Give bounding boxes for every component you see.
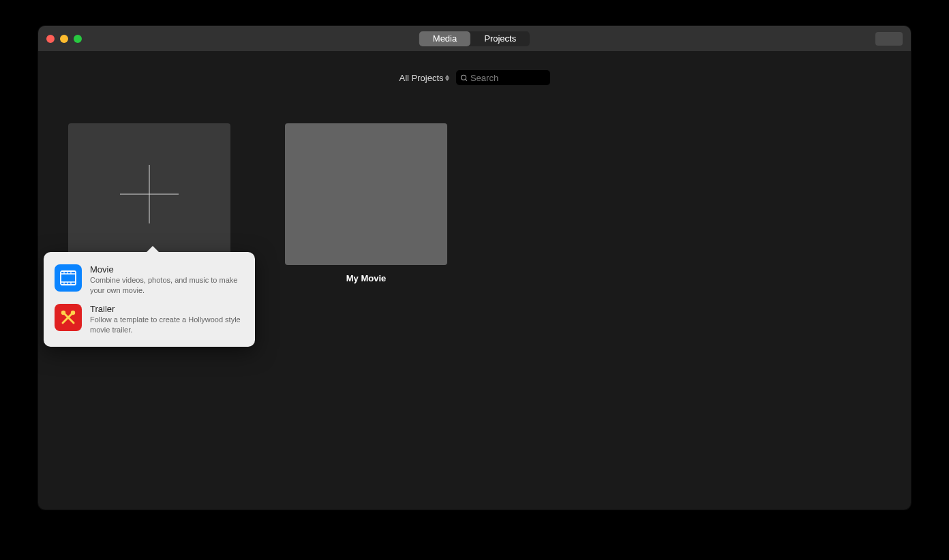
svg-rect-2	[61, 271, 76, 285]
share-button[interactable]	[875, 32, 903, 46]
movie-option-title: Movie	[90, 264, 244, 275]
project-thumbnail[interactable]	[285, 123, 447, 265]
new-trailer-option[interactable]: Trailer Follow a template to create a Ho…	[53, 300, 245, 339]
trailer-option-desc: Follow a template to create a Hollywood …	[90, 315, 244, 335]
movie-icon	[55, 264, 82, 292]
trailer-icon	[55, 304, 82, 331]
maximize-button[interactable]	[74, 35, 82, 43]
window-controls	[38, 35, 82, 43]
sort-updown-icon	[445, 75, 449, 81]
trailer-option-text: Trailer Follow a template to create a Ho…	[90, 304, 244, 335]
movie-option-text: Movie Combine videos, photos, and music …	[90, 264, 244, 296]
trailer-option-title: Trailer	[90, 304, 244, 314]
svg-point-13	[61, 310, 65, 314]
svg-point-14	[71, 310, 75, 314]
projects-filter-dropdown[interactable]: All Projects	[399, 73, 449, 83]
filter-bar: All Projects	[38, 51, 911, 91]
filter-dropdown-label: All Projects	[399, 73, 443, 83]
project-title: My Movie	[346, 273, 387, 283]
view-tabs: Media Projects	[419, 31, 530, 46]
svg-point-0	[461, 75, 466, 80]
search-field[interactable]	[456, 70, 550, 85]
search-input[interactable]	[470, 73, 546, 83]
search-icon	[460, 74, 468, 82]
titlebar: Media Projects	[38, 26, 911, 51]
svg-line-1	[465, 79, 466, 80]
project-tile[interactable]: My Movie	[285, 123, 447, 283]
new-project-thumb[interactable]	[68, 123, 230, 265]
close-button[interactable]	[46, 35, 55, 43]
new-movie-option[interactable]: Movie Combine videos, photos, and music …	[53, 260, 245, 300]
tab-projects[interactable]: Projects	[470, 31, 530, 46]
minimize-button[interactable]	[60, 35, 68, 43]
tab-media[interactable]: Media	[419, 31, 470, 46]
plus-icon	[120, 165, 179, 223]
new-project-popover: Movie Combine videos, photos, and music …	[44, 252, 255, 347]
movie-option-desc: Combine videos, photos, and music to mak…	[90, 275, 244, 296]
